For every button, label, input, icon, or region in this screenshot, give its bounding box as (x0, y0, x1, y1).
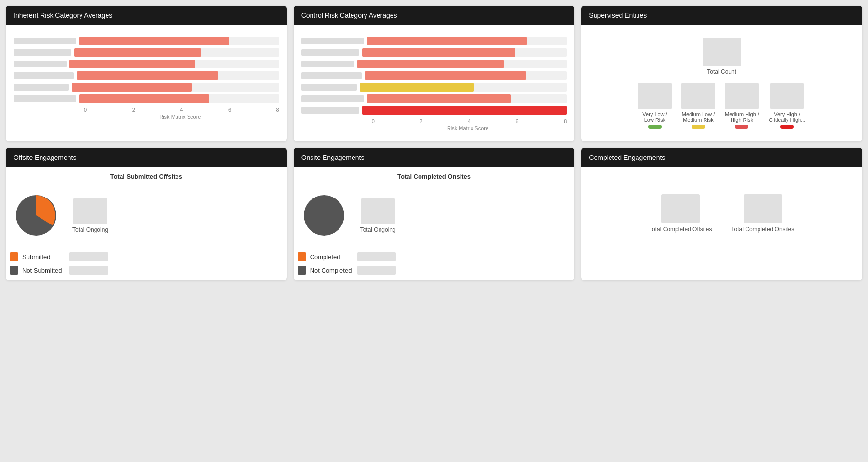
risk-category-medium-high: Medium High /High Risk (725, 83, 759, 129)
legend-color-completed (298, 252, 306, 261)
bar-row (301, 60, 567, 68)
offsite-pie-title: Total Submitted Offsites (10, 173, 283, 180)
onsite-title: Onsite Engagements (294, 148, 575, 167)
offsite-ongoing-info: Total Ongoing (72, 198, 108, 233)
bar-row (301, 94, 567, 103)
control-risk-title: Control Risk Category Averages (294, 6, 575, 25)
axis-label: 4 (180, 107, 183, 113)
ongoing-count-rect-onsite (361, 198, 395, 224)
entities-grid: Total Count Very Low /Low Risk Medium Lo… (589, 33, 854, 133)
total-count-label: Total Count (707, 68, 736, 75)
axis-label: 8 (564, 119, 567, 124)
bar-fill (77, 71, 218, 80)
bar-label (301, 38, 364, 44)
offsite-pie-section: Total Ongoing (10, 184, 283, 247)
ongoing-box: Total Ongoing (72, 198, 108, 233)
legend-value-not-completed (357, 266, 396, 275)
supervised-entities-body: Total Count Very Low /Low Risk Medium Lo… (581, 25, 862, 141)
risk-label: Very High /Critically High... (769, 111, 805, 123)
axis-label: 0 (84, 107, 87, 113)
control-risk-card: Control Risk Category Averages (294, 6, 575, 141)
legend-color-submitted (10, 252, 18, 261)
bar-track (360, 83, 567, 92)
bar-track (77, 71, 279, 80)
risk-category-medium-low: Medium Low /Medium Risk (681, 83, 715, 129)
bar-label (14, 61, 67, 67)
bar-label (301, 61, 354, 67)
legend-label-not-submitted: Not Submitted (22, 267, 66, 274)
bar-label (301, 72, 362, 79)
bar-track (79, 37, 279, 45)
risk-label: Medium High /High Risk (725, 111, 759, 123)
bar-label (14, 38, 76, 44)
legend-value-submitted (69, 252, 108, 261)
bar-row (14, 94, 279, 103)
legend-label-completed: Completed (310, 253, 353, 261)
control-risk-body: 0 2 4 6 8 Risk Matrix Score (294, 25, 575, 139)
bar-track (357, 60, 567, 68)
legend-value-completed (357, 252, 396, 261)
bar-track (365, 71, 567, 80)
bar-fill (367, 37, 527, 45)
axis-label: 4 (468, 119, 471, 124)
offsite-body: Total Submitted Offsites Total Ongoing (6, 167, 287, 280)
ongoing-label: Total Ongoing (72, 226, 108, 233)
control-risk-chart (301, 37, 567, 115)
bar-fill (72, 83, 192, 92)
risk-dot-yellow (692, 125, 705, 129)
completed-engagements-body: Total Completed Offsites Total Completed… (581, 167, 862, 260)
legend-item-not-submitted: Not Submitted (10, 266, 283, 275)
bar-row (14, 60, 279, 68)
legend-value-not-submitted (69, 266, 108, 275)
bar-label (301, 107, 359, 114)
bar-fill (357, 60, 504, 68)
inherent-risk-chart (14, 37, 279, 103)
bar-fill (365, 71, 527, 80)
bar-row (14, 83, 279, 92)
bar-fill (74, 48, 201, 57)
completed-onsites-rect (744, 194, 782, 223)
offsite-title: Offsite Engagements (6, 148, 287, 167)
risk-count-rect (770, 83, 804, 109)
ongoing-count-rect (73, 198, 107, 224)
axis-label: 6 (228, 107, 231, 113)
legend-label-submitted: Submitted (22, 253, 66, 261)
bar-label (14, 72, 74, 79)
inherent-risk-body: 0 2 4 6 8 Risk Matrix Score (6, 25, 287, 127)
supervised-entities-title: Supervised Entities (581, 6, 862, 25)
bar-fill (362, 48, 516, 57)
bar-label (14, 95, 76, 102)
legend-item-not-completed: Not Completed (298, 266, 571, 275)
completed-engagements-card: Completed Engagements Total Completed Of… (581, 148, 862, 280)
axis-label: 0 (372, 119, 375, 124)
bar-label (14, 49, 71, 56)
onsite-engagements-card: Onsite Engagements Total Completed Onsit… (294, 148, 575, 280)
supervised-entities-card: Supervised Entities Total Count Very Low… (581, 6, 862, 141)
bar-track (367, 94, 567, 103)
axis-label: 6 (516, 119, 519, 124)
bar-row (301, 83, 567, 92)
bar-track (362, 48, 567, 57)
bar-track (74, 48, 279, 57)
onsite-legend: Completed Not Completed (298, 252, 571, 275)
bar-fill (69, 60, 195, 68)
offsite-pie-chart (10, 189, 63, 242)
total-count-rect (703, 38, 741, 66)
offsite-engagements-card: Offsite Engagements Total Submitted Offs… (6, 148, 287, 280)
risk-count-rect (638, 83, 672, 109)
ongoing-box-onsite: Total Ongoing (360, 198, 396, 233)
bar-fill (360, 83, 474, 92)
onsite-pie-title: Total Completed Onsites (298, 173, 571, 180)
axis-labels: 0 2 4 6 8 (301, 119, 567, 124)
completed-onsites-item: Total Completed Onsites (732, 194, 795, 233)
onsite-pie-chart (298, 189, 351, 242)
axis-label: 8 (276, 107, 279, 113)
bar-fill (367, 94, 511, 103)
legend-color-not-completed (298, 266, 306, 275)
completed-items-container: Total Completed Offsites Total Completed… (589, 175, 854, 252)
pie-base-onsite (304, 195, 344, 236)
completed-offsites-rect (661, 194, 700, 223)
bar-row (14, 37, 279, 45)
onsite-body: Total Completed Onsites Total Ongoing (294, 167, 575, 280)
onsite-pie-section: Total Ongoing (298, 184, 571, 247)
